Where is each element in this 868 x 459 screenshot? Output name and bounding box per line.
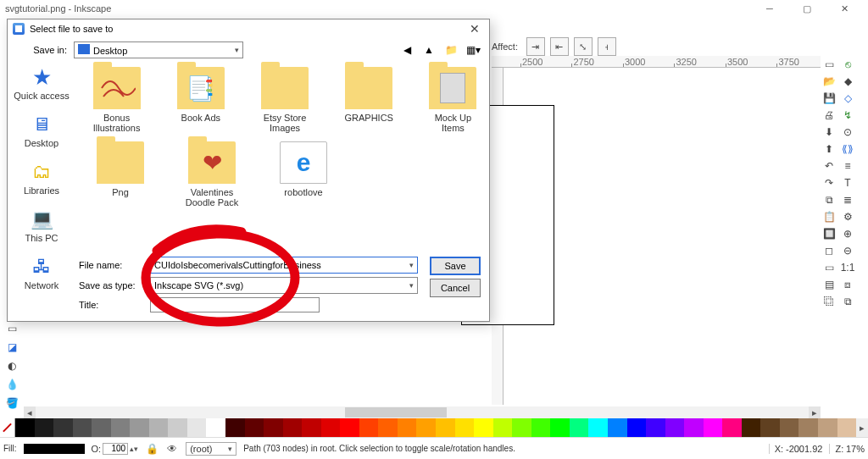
affect-btn-1[interactable]: ⇥ bbox=[526, 37, 545, 56]
group-icon[interactable]: ⧈ bbox=[841, 278, 854, 291]
palette-swatch[interactable] bbox=[455, 418, 475, 437]
palette-swatch[interactable] bbox=[760, 418, 780, 437]
scrollbar-horizontal[interactable]: ◂ ▸ bbox=[24, 406, 821, 418]
palette-swatch[interactable] bbox=[53, 418, 73, 437]
palette-swatch[interactable] bbox=[531, 418, 551, 437]
zoom-1to1-icon[interactable]: 1:1 bbox=[841, 261, 854, 274]
zoom-draw-icon[interactable]: ◻ bbox=[822, 244, 836, 257]
snap-center-icon[interactable]: ⊙ bbox=[841, 125, 854, 139]
save-in-combo[interactable]: Desktop ▾ bbox=[74, 41, 243, 58]
affect-btn-2[interactable]: ⇤ bbox=[550, 37, 569, 56]
file-item[interactable]: erobotlove bbox=[270, 141, 337, 207]
copy-icon[interactable]: ⧉ bbox=[822, 193, 836, 207]
palette-swatch[interactable] bbox=[722, 418, 742, 437]
palette-swatch[interactable] bbox=[646, 418, 665, 437]
cancel-button[interactable]: Cancel bbox=[430, 279, 481, 297]
save-icon[interactable]: 💾 bbox=[822, 91, 836, 105]
snap-bbox-icon[interactable]: ◇ bbox=[841, 91, 854, 105]
window-minimize-button[interactable]: ─ bbox=[751, 0, 788, 17]
palette-swatch[interactable] bbox=[378, 418, 398, 437]
align-icon[interactable]: ≡ bbox=[841, 159, 854, 173]
file-list[interactable]: Bonus Illustrations📑Book AdsEtsy Store I… bbox=[75, 62, 489, 263]
dropper-tool-icon[interactable]: 💧 bbox=[5, 378, 19, 391]
save-button[interactable]: Save bbox=[430, 257, 481, 275]
saveastype-combo[interactable]: Inkscape SVG (*.svg) ▾ bbox=[150, 277, 418, 294]
palette-swatch[interactable] bbox=[168, 418, 187, 437]
affect-btn-4[interactable]: ⫞ bbox=[598, 37, 616, 56]
snap-toggle-icon[interactable]: ⎋ bbox=[841, 58, 854, 71]
palette-swatch[interactable] bbox=[15, 418, 35, 437]
duplicate-icon[interactable]: ▤ bbox=[822, 278, 836, 291]
palette-swatch[interactable] bbox=[283, 418, 303, 437]
zoom-in-icon[interactable]: ⊕ bbox=[841, 227, 854, 241]
nav-back-icon[interactable]: ◀ bbox=[399, 42, 415, 58]
palette-swatch[interactable] bbox=[225, 418, 245, 437]
palette-swatch[interactable] bbox=[837, 418, 857, 437]
opacity-spinner-icon[interactable]: ▴▾ bbox=[130, 445, 138, 453]
filename-input[interactable]: CUIdoIsbecomerivalsCuttingforBusiness ▾ bbox=[150, 257, 418, 274]
palette-swatch[interactable] bbox=[264, 418, 283, 437]
palette-swatch[interactable] bbox=[588, 418, 608, 437]
file-item[interactable]: Mock Up Items bbox=[424, 67, 482, 133]
fill-swatch[interactable] bbox=[24, 444, 85, 454]
zoom-page-icon[interactable]: ▭ bbox=[822, 261, 836, 274]
palette-swatch[interactable] bbox=[512, 418, 531, 437]
palette-swatch[interactable] bbox=[550, 418, 570, 437]
affect-btn-3[interactable]: ⤡ bbox=[574, 37, 593, 56]
palette-swatch[interactable] bbox=[73, 418, 92, 437]
xml-icon[interactable]: ⟪⟫ bbox=[841, 142, 854, 156]
file-item[interactable]: GRAPHICS bbox=[340, 67, 398, 133]
palette-swatch[interactable] bbox=[187, 418, 207, 437]
paintbucket-tool-icon[interactable]: 🪣 bbox=[5, 396, 19, 410]
places-quick-access[interactable]: ★ Quick access bbox=[8, 62, 75, 109]
file-item[interactable]: ❤Valentines Doodle Pack bbox=[179, 141, 245, 207]
view-menu-icon[interactable]: ▦▾ bbox=[465, 42, 481, 58]
file-item[interactable]: 📑Book Ads bbox=[171, 67, 230, 133]
palette-swatch[interactable] bbox=[570, 418, 589, 437]
palette-swatch[interactable] bbox=[340, 418, 359, 437]
title-input[interactable] bbox=[150, 297, 320, 312]
palette-none-swatch[interactable] bbox=[0, 418, 15, 437]
palette-swatch[interactable] bbox=[608, 418, 627, 437]
file-item[interactable]: Bonus Illustrations bbox=[87, 67, 146, 133]
clone-icon[interactable]: ⿻ bbox=[822, 295, 836, 308]
palette-swatch[interactable] bbox=[818, 418, 837, 437]
palette-scroll-icon[interactable]: ▸ bbox=[856, 418, 868, 437]
palette-swatch[interactable] bbox=[416, 418, 436, 437]
snap-path-icon[interactable]: ↯ bbox=[841, 108, 854, 122]
palette-swatch[interactable] bbox=[704, 418, 723, 437]
palette-swatch[interactable] bbox=[398, 418, 417, 437]
layers-icon[interactable]: ≣ bbox=[841, 193, 854, 207]
layer-visible-icon[interactable]: 👁 bbox=[165, 442, 179, 456]
palette-swatch[interactable] bbox=[798, 418, 818, 437]
scroll-right-icon[interactable]: ▸ bbox=[809, 406, 821, 418]
places-network[interactable]: 🖧 Network bbox=[8, 252, 75, 299]
gradient-tool-icon[interactable]: ◐ bbox=[5, 359, 19, 373]
palette-swatch[interactable] bbox=[206, 418, 225, 437]
palette-swatch[interactable] bbox=[149, 418, 169, 437]
print-icon[interactable]: 🖨 bbox=[822, 108, 836, 122]
snap-node-icon[interactable]: ◆ bbox=[841, 75, 854, 88]
palette-swatch[interactable] bbox=[130, 418, 149, 437]
palette-swatch[interactable] bbox=[742, 418, 761, 437]
canvas[interactable] bbox=[504, 68, 821, 405]
new-doc-icon[interactable]: ▭ bbox=[822, 58, 836, 71]
window-close-button[interactable]: ✕ bbox=[826, 0, 863, 17]
palette-swatch[interactable] bbox=[665, 418, 685, 437]
paste-icon[interactable]: 📋 bbox=[822, 210, 836, 224]
file-item[interactable]: Png bbox=[87, 141, 153, 207]
file-item[interactable]: Etsy Store Images bbox=[255, 67, 314, 133]
palette-swatch[interactable] bbox=[684, 418, 704, 437]
rect-tool-icon[interactable]: ▭ bbox=[5, 322, 19, 335]
palette-swatch[interactable] bbox=[780, 418, 799, 437]
places-desktop[interactable]: 🖥 Desktop bbox=[8, 109, 75, 157]
palette-swatch[interactable] bbox=[321, 418, 341, 437]
undo-icon[interactable]: ↶ bbox=[822, 159, 836, 173]
palette-swatch[interactable] bbox=[436, 418, 455, 437]
scroll-track[interactable] bbox=[36, 406, 809, 418]
palette-swatch[interactable] bbox=[493, 418, 513, 437]
nav-up-icon[interactable]: ▲ bbox=[421, 42, 437, 58]
palette-swatch[interactable] bbox=[92, 418, 111, 437]
palette-swatch[interactable] bbox=[627, 418, 647, 437]
layer-lock-icon[interactable]: 🔒 bbox=[145, 442, 159, 456]
